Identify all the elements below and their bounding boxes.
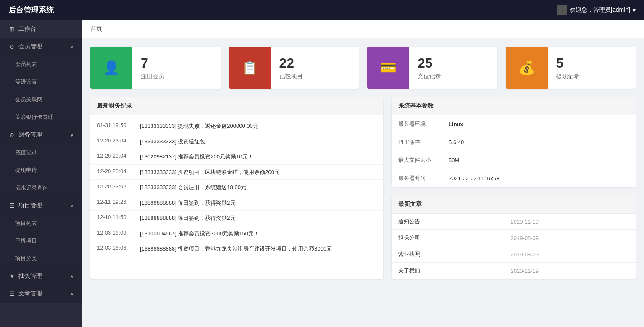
stat-card-recharge: 💳 25 充值记录 xyxy=(367,47,497,89)
sidebar: ⊞ 工作台 ⊙ 会员管理 ∧ 会员列表 等级设置 会员关联网 关联银行卡管理 xyxy=(0,20,82,327)
article-name[interactable]: 通知公告 xyxy=(392,214,504,230)
finance-text: [13333333333] 提现失败，返还金额200000.00元 xyxy=(140,122,376,130)
sidebar-group-finance-mgmt[interactable]: ⊙ 财务管理 ∧ xyxy=(0,126,82,144)
article-date: 2019-08-09 xyxy=(504,230,636,246)
sidebar-item-project-category[interactable]: 项目分类 xyxy=(0,250,82,267)
user-avatar xyxy=(557,5,567,15)
sys-param-value: Linux xyxy=(442,115,636,133)
sidebar-label-article-mgmt: 文章管理 xyxy=(18,290,42,298)
finance-time: 12-03 16:06 xyxy=(97,229,135,236)
sidebar-label-workbench: 工作台 xyxy=(18,25,36,33)
sidebar-item-level-settings[interactable]: 等级设置 xyxy=(0,73,82,91)
finance-record: 12-20 23:04 [13020982137] 推荐会员投资200元奖励10… xyxy=(90,149,383,165)
stat-number-withdraw: 5 xyxy=(556,55,628,71)
lower-row: 最新财务纪录 01-31 19:50 [13333333333] 提现失败，返还… xyxy=(90,97,636,279)
article-row: 通知公告 2020-11-19 xyxy=(392,214,636,230)
finance-text: [13333333333] 投资项目：区块链紫金矿，使用余额200元 xyxy=(140,168,376,177)
sidebar-label-member-list: 会员列表 xyxy=(15,61,37,68)
sidebar-sub-finance-mgmt: 充值记录 提现申请 流水记录查询 xyxy=(0,144,82,197)
sidebar-label-level-settings: 等级设置 xyxy=(15,78,37,86)
finance-record: 01-31 19:50 [13333333333] 提现失败，返还金额20000… xyxy=(90,119,383,134)
sidebar-item-workbench[interactable]: ⊞ 工作台 xyxy=(0,20,82,38)
sidebar-item-flow-query[interactable]: 流水记录查询 xyxy=(0,179,82,197)
sidebar-label-flow-query: 流水记录查询 xyxy=(15,184,48,192)
sys-param-value: 2021-02-02 11:16:58 xyxy=(442,169,636,187)
circle-icon: ⊙ xyxy=(8,43,15,50)
sidebar-group-project-mgmt[interactable]: ☰ 项目管理 ∧ xyxy=(0,197,82,214)
finance-text: [13888888888] 每日签到，获得奖励2元 xyxy=(140,214,376,222)
finance-text: [13020982137] 推荐会员投资200元奖励10元！ xyxy=(140,153,376,161)
breadcrumb: 首页 xyxy=(82,20,644,38)
stat-icon-members: 👤 xyxy=(90,47,132,89)
article-row: 担保公司 2019-08-09 xyxy=(392,230,636,246)
finance-panel: 最新财务纪录 01-31 19:50 [13333333333] 提现失败，返还… xyxy=(90,97,383,279)
sidebar-item-project-list[interactable]: 项目列表 xyxy=(0,214,82,232)
article-row: 营业执照 2019-08-09 xyxy=(392,246,636,263)
article-name[interactable]: 关于我们 xyxy=(392,263,504,279)
main-content: 首页 👤 7 注册会员 📋 22 已投项目 💳 25 充值记录 💰 xyxy=(82,20,644,327)
stat-label-members: 注册会员 xyxy=(141,73,212,80)
article-name[interactable]: 营业执照 xyxy=(392,246,504,263)
system-panel: 系统基本参数 服务器环境 Linux PHP版本 5.6.40 最大文件大小 5… xyxy=(392,97,636,187)
circle-icon-2: ⊙ xyxy=(8,132,15,138)
sidebar-group-lottery-mgmt[interactable]: ★ 抽奖管理 ∨ xyxy=(0,267,82,285)
finance-record: 12-20 23:02 [13333333333] 会员注册，系统赠送18.00… xyxy=(90,180,383,195)
sidebar-label-finance-mgmt: 财务管理 xyxy=(18,131,42,139)
sys-param-value: 50M xyxy=(442,151,636,169)
sidebar-item-bank-mgmt[interactable]: 关联银行卡管理 xyxy=(0,108,82,126)
stat-card-invested: 📋 22 已投项目 xyxy=(229,47,359,89)
stat-info-withdraw: 5 提现记录 xyxy=(548,48,636,87)
finance-text: [13888888888] 每日签到，获得奖励2元 xyxy=(140,199,376,207)
sidebar-label-project-list: 项目列表 xyxy=(15,219,37,227)
finance-record: 12-20 23:04 [13333333333] 投资项目：区块链紫金矿，使用… xyxy=(90,165,383,180)
finance-text: [13333333333] 会员注册，系统赠送18.00元 xyxy=(140,183,376,192)
sidebar-label-bank-mgmt: 关联银行卡管理 xyxy=(15,113,53,121)
finance-record: 12-03 16:06 [13888888888] 投资项目：香港九龙尖沙咀房产… xyxy=(90,241,383,256)
finance-record: 12-10 11:50 [13888888888] 每日签到，获得奖励2元 xyxy=(90,211,383,226)
finance-list: 01-31 19:50 [13333333333] 提现失败，返还金额20000… xyxy=(90,115,383,260)
finance-text: [13100004567] 推荐会员投资3000元奖励150元！ xyxy=(140,229,376,238)
app-title: 后台管理系统 xyxy=(8,5,54,15)
sidebar-item-member-list[interactable]: 会员列表 xyxy=(0,55,82,73)
stat-info-members: 7 注册会员 xyxy=(132,48,221,87)
finance-time: 12-20 23:02 xyxy=(97,183,135,190)
doc-icon: ☰ xyxy=(8,290,15,297)
sidebar-label-withdraw-apply: 提现申请 xyxy=(15,166,37,174)
sidebar-group-article-mgmt[interactable]: ☰ 文章管理 ∨ xyxy=(0,285,82,303)
stat-icon-withdraw: 💰 xyxy=(506,47,548,89)
stat-icon-recharge: 💳 xyxy=(367,47,409,89)
articles-table: 通知公告 2020-11-19 担保公司 2019-08-09 营业执照 201… xyxy=(392,214,636,279)
stat-number-invested: 22 xyxy=(279,55,351,71)
sys-param-row: 服务器环境 Linux xyxy=(392,115,636,133)
stat-info-recharge: 25 充值记录 xyxy=(409,48,497,87)
sidebar-label-member-mgmt: 会员管理 xyxy=(18,43,42,50)
user-menu[interactable]: 欢迎您，管理员[admin] ▾ xyxy=(557,5,636,15)
sidebar-item-invested-projects[interactable]: 已投项目 xyxy=(0,232,82,250)
stats-row: 👤 7 注册会员 📋 22 已投项目 💳 25 充值记录 💰 5 提现记录 xyxy=(90,47,636,89)
sidebar-label-recharge-records: 充值记录 xyxy=(15,149,37,156)
chevron-up-icon: ∧ xyxy=(71,45,74,49)
sys-param-row: 服务器时间 2021-02-02 11:16:58 xyxy=(392,169,636,187)
sys-param-key: 服务器环境 xyxy=(392,115,442,133)
sidebar-label-member-network: 会员关联网 xyxy=(15,96,42,103)
chevron-up-icon-3: ∧ xyxy=(71,203,74,208)
chevron-down-icon: ▾ xyxy=(633,7,636,13)
sidebar-item-member-network[interactable]: 会员关联网 xyxy=(0,91,82,108)
stat-card-members: 👤 7 注册会员 xyxy=(90,47,221,89)
chevron-down-icon-4: ∨ xyxy=(71,274,74,279)
stat-label-withdraw: 提现记录 xyxy=(556,73,628,80)
article-name[interactable]: 担保公司 xyxy=(392,230,504,246)
sidebar-item-recharge-records[interactable]: 充值记录 xyxy=(0,144,82,161)
system-panel-header: 系统基本参数 xyxy=(392,97,636,115)
stat-info-invested: 22 已投项目 xyxy=(271,48,359,87)
sidebar-item-withdraw-apply[interactable]: 提现申请 xyxy=(0,161,82,179)
sidebar-group-member-mgmt[interactable]: ⊙ 会员管理 ∧ xyxy=(0,38,82,55)
finance-time: 12-20 23:04 xyxy=(97,153,135,159)
sidebar-sub-project-mgmt: 项目列表 已投项目 项目分类 xyxy=(0,214,82,267)
user-label: 欢迎您，管理员[admin] xyxy=(570,6,630,14)
sys-param-key: 服务器时间 xyxy=(392,169,442,187)
breadcrumb-label: 首页 xyxy=(90,25,102,32)
chevron-up-icon-2: ∧ xyxy=(71,133,74,137)
finance-text: [13333333333] 投资送红包 xyxy=(140,137,376,146)
list-icon: ☰ xyxy=(8,202,15,209)
